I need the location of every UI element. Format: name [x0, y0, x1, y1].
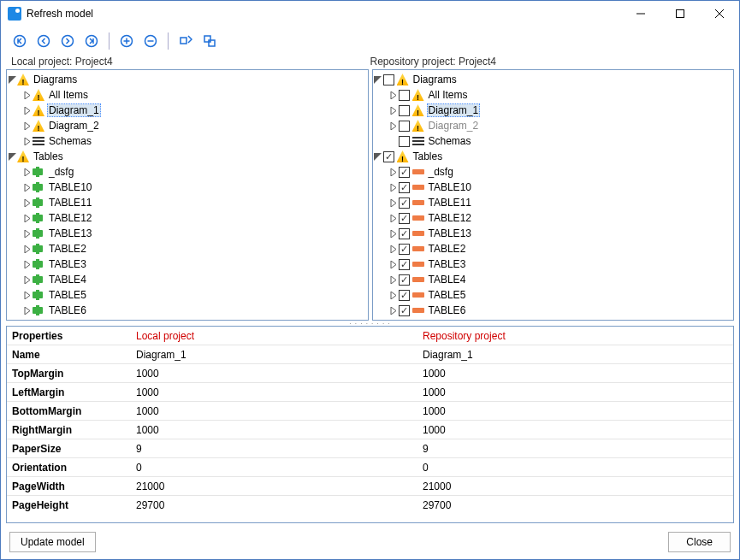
expander-icon[interactable] [7, 74, 17, 85]
tree-node-tables[interactable]: Tables [7, 149, 368, 164]
expander-icon[interactable] [388, 213, 399, 223]
expander-icon[interactable] [22, 136, 33, 146]
expander-icon[interactable] [388, 244, 399, 254]
checkbox[interactable] [399, 105, 410, 116]
nav-first-button[interactable] [9, 31, 30, 51]
tree-node-table-item[interactable]: TABLE2 [373, 241, 734, 256]
sync-right-button[interactable] [199, 31, 220, 51]
checkbox[interactable] [399, 228, 410, 239]
property-row[interactable]: PaperSize 9 9 [7, 439, 733, 458]
property-row[interactable]: PageWidth 21000 21000 [7, 477, 733, 496]
tree-node-table-item[interactable]: TABLE6 [7, 303, 368, 318]
expander-icon[interactable] [22, 105, 33, 115]
property-row[interactable]: LeftMargin 1000 1000 [7, 383, 733, 402]
tree-node-diagram-item[interactable]: Diagram_2 [373, 118, 734, 133]
property-row[interactable]: PageHeight 29700 29700 [7, 496, 733, 515]
update-model-button[interactable]: Update model [9, 532, 96, 552]
tree-node-table-item[interactable]: TABLE12 [7, 210, 368, 226]
tree-node-diagram-item[interactable]: Diagram_2 [7, 118, 368, 133]
checkbox[interactable] [399, 213, 410, 224]
nav-next-button[interactable] [57, 31, 78, 51]
tree-node-table-item[interactable]: TABLE5 [7, 287, 368, 303]
nav-last-button[interactable] [81, 31, 102, 51]
minimize-button[interactable] [621, 1, 660, 27]
tree-node-schemas[interactable]: Schemas [7, 133, 368, 149]
expander-icon[interactable] [388, 259, 399, 269]
expander-icon[interactable] [22, 121, 33, 131]
tree-node-diagram-item[interactable]: All Items [373, 87, 734, 103]
checkbox[interactable] [399, 197, 410, 209]
expander-icon[interactable] [388, 290, 399, 300]
expander-icon[interactable] [388, 228, 399, 239]
checkbox[interactable] [399, 136, 410, 147]
close-button[interactable] [700, 1, 739, 27]
checkbox[interactable] [399, 305, 410, 316]
expander-icon[interactable] [7, 151, 17, 162]
checkbox[interactable] [399, 121, 410, 132]
tree-node-tables[interactable]: Tables [373, 149, 734, 164]
tree-node-table-item[interactable]: TABLE4 [373, 272, 734, 287]
sync-left-button[interactable] [175, 31, 196, 51]
tree-node-table-item[interactable]: TABLE5 [373, 287, 734, 303]
tree-node-table-item[interactable]: _dsfg [373, 164, 734, 180]
tree-node-table-item[interactable]: TABLE2 [7, 241, 368, 256]
checkbox[interactable] [399, 167, 410, 178]
expander-icon[interactable] [22, 274, 33, 285]
repo-tree[interactable]: DiagramsAll ItemsDiagram_1Diagram_2Schem… [372, 69, 735, 321]
property-row[interactable]: TopMargin 1000 1000 [7, 364, 733, 383]
expander-icon[interactable] [22, 213, 33, 223]
tree-node-table-item[interactable]: TABLE12 [373, 210, 734, 226]
expander-icon[interactable] [388, 105, 399, 115]
collapse-all-button[interactable] [140, 31, 161, 51]
tree-node-table-item[interactable]: TABLE10 [373, 180, 734, 195]
tree-node-table-item[interactable]: TABLE11 [373, 195, 734, 210]
expander-icon[interactable] [22, 259, 33, 269]
tree-node-table-item[interactable]: TABLE3 [373, 256, 734, 272]
checkbox[interactable] [399, 244, 410, 255]
checkbox[interactable] [383, 74, 394, 85]
expander-icon[interactable] [373, 74, 383, 85]
property-row[interactable]: RightMargin 1000 1000 [7, 421, 733, 439]
expander-icon[interactable] [22, 90, 33, 100]
checkbox[interactable] [399, 274, 410, 286]
tree-node-diagram-item[interactable]: All Items [7, 87, 368, 103]
expander-icon[interactable] [22, 228, 33, 239]
property-row[interactable]: Orientation 0 0 [7, 458, 733, 477]
checkbox[interactable] [399, 259, 410, 270]
expander-icon[interactable] [388, 90, 399, 100]
tree-node-diagram-item[interactable]: Diagram_1 [7, 103, 368, 118]
expander-icon[interactable] [22, 305, 33, 315]
checkbox[interactable] [383, 151, 394, 162]
tree-node-table-item[interactable]: _dsfg [7, 164, 368, 180]
close-dialog-button[interactable]: Close [668, 532, 731, 552]
tree-node-table-item[interactable]: TABLE3 [7, 256, 368, 272]
expander-icon[interactable] [22, 182, 33, 192]
tree-node-table-item[interactable]: TABLE13 [7, 226, 368, 241]
tree-node-diagram-item[interactable]: Diagram_1 [373, 103, 734, 118]
checkbox[interactable] [399, 182, 410, 193]
expander-icon[interactable] [388, 182, 399, 192]
expander-icon[interactable] [373, 151, 383, 162]
property-row[interactable]: BottomMargin 1000 1000 [7, 402, 733, 421]
tree-node-schemas[interactable]: Schemas [373, 133, 734, 149]
tree-node-table-item[interactable]: TABLE6 [373, 303, 734, 318]
expander-icon[interactable] [22, 244, 33, 254]
expander-icon[interactable] [388, 167, 399, 177]
property-row[interactable]: Name Diagram_1 Diagram_1 [7, 345, 733, 364]
tree-node-diagrams[interactable]: Diagrams [373, 72, 734, 87]
checkbox[interactable] [399, 290, 410, 301]
expander-icon[interactable] [388, 121, 399, 131]
checkbox[interactable] [399, 90, 410, 101]
maximize-button[interactable] [660, 1, 700, 27]
nav-prev-button[interactable] [33, 31, 54, 51]
tree-node-table-item[interactable]: TABLE11 [7, 195, 368, 210]
expander-icon[interactable] [388, 274, 399, 285]
tree-node-table-item[interactable]: TABLE13 [373, 226, 734, 241]
tree-node-diagrams[interactable]: Diagrams [7, 72, 368, 87]
expander-icon[interactable] [388, 305, 399, 315]
expand-all-button[interactable] [116, 31, 137, 51]
tree-node-table-item[interactable]: TABLE4 [7, 272, 368, 287]
tree-node-table-item[interactable]: TABLE10 [7, 180, 368, 195]
expander-icon[interactable] [22, 197, 33, 208]
expander-icon[interactable] [388, 197, 399, 208]
